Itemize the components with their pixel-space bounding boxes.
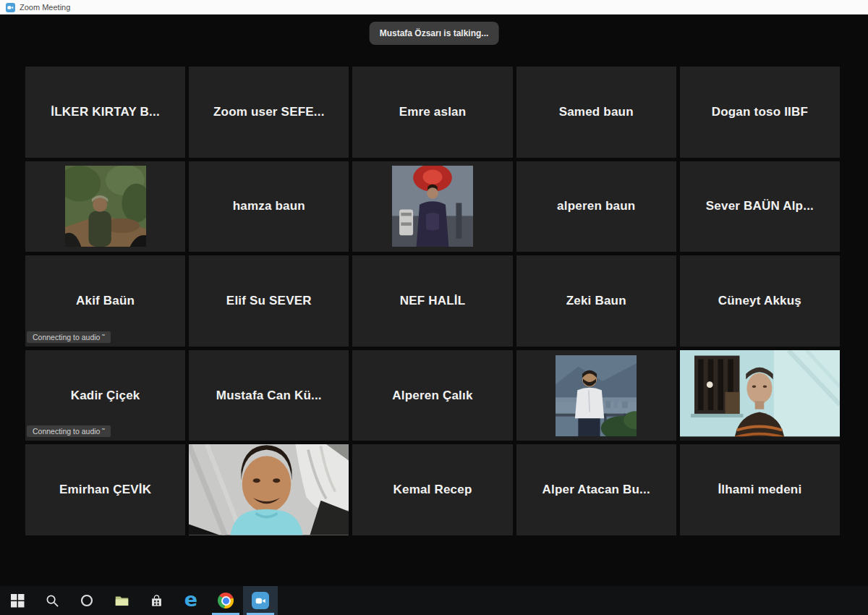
participant-name: Elif Su SEVER [226, 294, 312, 308]
participant-tile[interactable]: Zeki Baun [516, 255, 676, 347]
chrome-icon-center [221, 596, 231, 606]
participant-tile[interactable]: Emirhan ÇEVİK [25, 444, 185, 535]
participant-name: Samed baun [559, 105, 634, 119]
participant-tile[interactable]: Dogan toso IIBF [680, 67, 840, 158]
participant-tile[interactable] [352, 161, 512, 253]
participant-name: Alper Atacan Bu... [542, 483, 650, 497]
flag-man-video [392, 166, 473, 247]
edge-taskbar-button[interactable]: e [174, 586, 208, 615]
store-taskbar-button[interactable] [139, 586, 174, 615]
chrome-taskbar-button[interactable] [208, 586, 243, 615]
participant-tile[interactable]: Alperen Çalık [352, 350, 512, 441]
search-taskbar-button[interactable] [35, 586, 69, 615]
outdoor-cap-man-video [65, 166, 146, 247]
participant-name: Kemal Recep [393, 483, 472, 497]
search-icon [46, 594, 59, 608]
participant-name: Zoom user SEFE... [213, 105, 325, 119]
participant-name: İLKER KIRTAY B... [51, 105, 159, 119]
connecting-audio-status: Connecting to audio ˜ [27, 425, 111, 437]
talking-toast-text: Mustafa Özsarı is talking... [380, 28, 489, 38]
chrome-icon [218, 593, 234, 608]
file-explorer-taskbar-button[interactable] [104, 586, 139, 615]
participant-name: Sever BAÜN Alp... [706, 199, 814, 213]
participant-name: alperen baun [557, 199, 635, 213]
connecting-audio-status: Connecting to audio ˜ [27, 331, 111, 343]
participant-tile[interactable]: Alper Atacan Bu... [516, 444, 676, 535]
participant-name: NEF HALİL [400, 294, 466, 308]
participant-name: Dogan toso IIBF [712, 105, 808, 119]
participant-tile[interactable]: İLKER KIRTAY B... [25, 67, 185, 158]
blue-shirt-man-video [189, 444, 349, 535]
participant-tile[interactable]: Sever BAÜN Alp... [680, 161, 840, 253]
window-titlebar[interactable]: Zoom Meeting [0, 0, 868, 14]
microsoft-store-icon [150, 594, 163, 608]
participant-tile[interactable]: Kadir ÇiçekConnecting to audio ˜ [25, 350, 185, 441]
participant-name: Emirhan ÇEVİK [59, 483, 151, 497]
file-explorer-folder-icon [114, 593, 129, 608]
participant-tile[interactable]: Zoom user SEFE... [189, 67, 349, 158]
mountain-man-video [556, 355, 637, 436]
participant-name: Cüneyt Akkuş [718, 294, 801, 308]
participant-tile[interactable]: Mustafa Can Kü... [189, 350, 349, 441]
participant-tile[interactable]: Elif Su SEVER [189, 255, 349, 347]
participant-tile[interactable] [516, 350, 676, 441]
zoom-app-icon [6, 3, 15, 12]
participant-tile[interactable] [189, 444, 349, 535]
edge-icon: e [184, 590, 197, 609]
participant-tile[interactable]: Akif BaünConnecting to audio ˜ [25, 255, 185, 347]
windows-start-icon [11, 594, 25, 608]
meeting-stage: Mustafa Özsarı is talking... İLKER KIRTA… [0, 14, 868, 586]
participant-name: İlhami medeni [718, 483, 801, 497]
participant-tile[interactable]: alperen baun [516, 161, 676, 253]
participant-name: Alperen Çalık [392, 389, 472, 403]
zoom-taskbar-button[interactable] [243, 586, 278, 615]
participant-name: Zeki Baun [566, 294, 626, 308]
windows-taskbar[interactable]: e [0, 586, 868, 615]
window-title: Zoom Meeting [20, 3, 70, 12]
participant-tile[interactable]: İlhami medeni [680, 444, 840, 535]
participant-grid: İLKER KIRTAY B...Zoom user SEFE...Emre a… [25, 67, 840, 535]
participant-name: hamza baun [233, 199, 305, 213]
cortana-task-view-icon [80, 593, 94, 608]
participant-name: Kadir Çiçek [71, 389, 140, 403]
task-view-taskbar-button[interactable] [69, 586, 104, 615]
participant-tile[interactable] [25, 161, 185, 253]
participant-name: Akif Baün [76, 294, 135, 308]
talking-toast: Mustafa Özsarı is talking... [370, 22, 499, 45]
participant-tile[interactable] [680, 350, 840, 441]
participant-tile[interactable]: Samed baun [516, 67, 676, 158]
participant-tile[interactable]: Emre aslan [352, 67, 512, 158]
participant-tile[interactable]: Cüneyt Akkuş [680, 255, 840, 347]
participant-tile[interactable]: Kemal Recep [352, 444, 512, 535]
participant-name: Mustafa Can Kü... [216, 389, 322, 403]
participant-tile[interactable]: hamza baun [189, 161, 349, 253]
window-bars-man-video [680, 350, 840, 441]
start-taskbar-button[interactable] [0, 586, 35, 615]
zoom-taskbar-icon [252, 592, 269, 609]
participant-tile[interactable]: NEF HALİL [352, 255, 512, 347]
participant-name: Emre aslan [399, 105, 467, 119]
